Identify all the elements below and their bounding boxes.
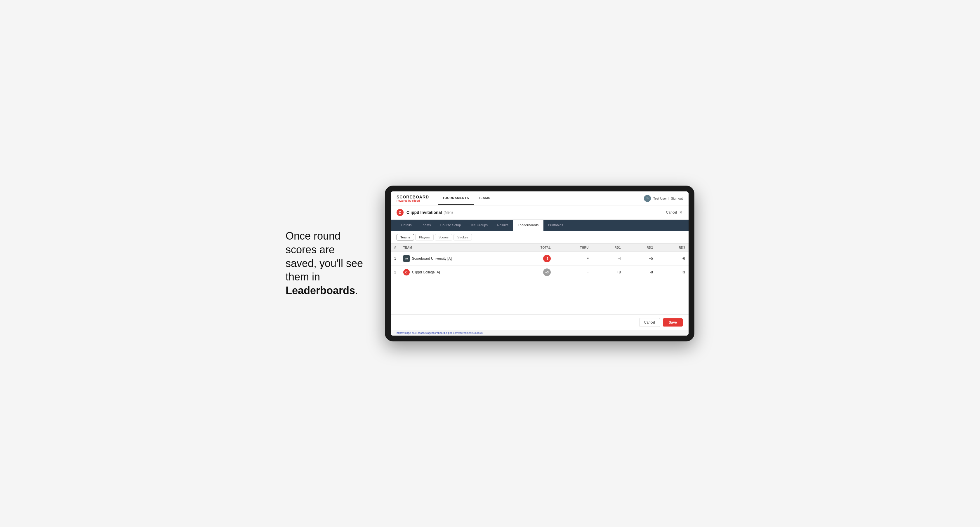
page-wrapper: Once round scores are saved, you'll see …: [286, 186, 694, 341]
tab-leaderboards[interactable]: Leaderboards: [513, 220, 543, 231]
row1-rd3: -6: [657, 252, 689, 265]
row1-thru: F: [554, 252, 592, 265]
col-rd2: RD2: [624, 244, 657, 252]
logo-title: SCOREBOARD: [396, 195, 429, 199]
sub-toolbar: Teams Players Scores Strokes: [391, 231, 689, 244]
logo-area: SCOREBOARD Powered by clippd: [396, 195, 429, 202]
tournament-close-btn[interactable]: ✕: [679, 210, 683, 215]
col-rank: #: [391, 244, 400, 252]
user-avatar: S: [644, 195, 651, 202]
row1-rank: 1: [391, 252, 400, 265]
sidebar-description: Once round scores are saved, you'll see …: [286, 229, 368, 298]
table-row: 2 C Clippd College [A] +3 F: [391, 265, 689, 279]
tablet-device: SCOREBOARD Powered by clippd TOURNAMENTS…: [385, 186, 694, 341]
col-team: TEAM: [400, 244, 534, 252]
tab-course-setup[interactable]: Course Setup: [436, 220, 466, 231]
row2-team: C Clippd College [A]: [400, 265, 534, 279]
save-button[interactable]: Save: [663, 318, 683, 327]
user-name: Test User |: [653, 197, 668, 200]
url-bar: https://stage-blue-coach.stagescoreboard…: [391, 330, 689, 336]
row2-thru: F: [554, 265, 592, 279]
sidebar-line2: Leaderboards: [286, 284, 355, 297]
cancel-button[interactable]: Cancel: [639, 318, 660, 327]
col-rd3: RD3: [657, 244, 689, 252]
tournament-logo: C: [396, 209, 404, 216]
row1-score-cell: -5: [537, 255, 551, 262]
leaderboard-table: # TEAM TOTAL THRU RD1 RD2 RD3 1: [391, 244, 689, 279]
row2-team-name: Clippd College [A]: [412, 270, 440, 274]
row1-team: SB Scoreboard University [A]: [400, 252, 534, 265]
row1-rd2: +5: [624, 252, 657, 265]
row2-rd2: -8: [624, 265, 657, 279]
tournament-name: Clippd Invitational: [406, 210, 442, 215]
row1-team-name: Scoreboard University [A]: [412, 257, 452, 260]
main-nav: TOURNAMENTS TEAMS: [438, 191, 495, 205]
sub-btn-scores[interactable]: Scores: [435, 234, 452, 240]
nav-right: S Test User | Sign out: [644, 195, 683, 202]
tab-results[interactable]: Results: [492, 220, 513, 231]
top-nav: SCOREBOARD Powered by clippd TOURNAMENTS…: [391, 191, 689, 205]
nav-tournaments[interactable]: TOURNAMENTS: [438, 191, 474, 205]
row2-rd3: +3: [657, 265, 689, 279]
modal-footer: Cancel Save: [391, 314, 689, 330]
row1-team-cell: SB Scoreboard University [A]: [403, 256, 530, 262]
tab-teams[interactable]: Teams: [417, 220, 436, 231]
row2-rd1: +8: [592, 265, 624, 279]
sign-out-link[interactable]: Sign out: [671, 197, 683, 200]
col-thru: THRU: [554, 244, 592, 252]
table-row: 1 SB Scoreboard University [A] -5: [391, 252, 689, 265]
table-header-row: # TEAM TOTAL THRU RD1 RD2 RD3: [391, 244, 689, 252]
row2-score-badge: +3: [543, 268, 551, 276]
tournament-cancel-link[interactable]: Cancel: [666, 210, 677, 214]
row2-total: +3: [534, 265, 554, 279]
row1-team-logo: SB: [403, 256, 410, 262]
row1-total: -5: [534, 252, 554, 265]
tab-printables[interactable]: Printables: [543, 220, 568, 231]
logo-subtitle: Powered by clippd: [396, 199, 429, 202]
tab-nav: Details Teams Course Setup Tee Groups Re…: [391, 220, 689, 231]
row1-rd1: -4: [592, 252, 624, 265]
tablet-screen: SCOREBOARD Powered by clippd TOURNAMENTS…: [391, 191, 689, 336]
row2-team-logo: C: [403, 269, 410, 275]
col-total: TOTAL: [534, 244, 554, 252]
col-rd1: RD1: [592, 244, 624, 252]
content-spacer: [391, 279, 689, 314]
sub-btn-teams[interactable]: Teams: [396, 234, 414, 240]
tournament-actions: Cancel ✕: [666, 210, 683, 215]
row2-team-cell: C Clippd College [A]: [403, 269, 530, 275]
row2-score-cell: +3: [537, 268, 551, 276]
row2-rank: 2: [391, 265, 400, 279]
sub-btn-strokes[interactable]: Strokes: [453, 234, 472, 240]
tab-details[interactable]: Details: [396, 220, 417, 231]
nav-teams[interactable]: TEAMS: [474, 191, 495, 205]
sidebar-period: .: [355, 284, 358, 297]
tournament-gender: (Men): [444, 210, 453, 214]
tournament-header: C Clippd Invitational (Men) Cancel ✕: [391, 205, 689, 220]
row1-score-badge: -5: [543, 255, 551, 262]
sidebar-line1: Once round scores are saved, you'll see …: [286, 230, 363, 283]
sub-btn-players[interactable]: Players: [415, 234, 434, 240]
tab-tee-groups[interactable]: Tee Groups: [466, 220, 493, 231]
